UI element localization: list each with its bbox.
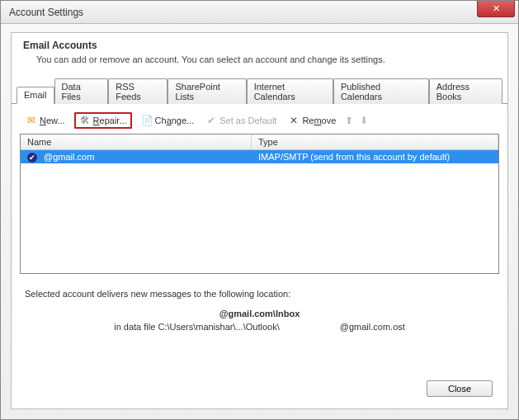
delivery-mailbox: @gmail.com\Inbox <box>20 309 499 319</box>
account-list[interactable]: Name Type ✔ @gmail.com IMAP/SMTP (send f… <box>20 134 499 274</box>
close-button[interactable]: Close <box>427 380 493 397</box>
tab-rss-feeds[interactable]: RSS Feeds <box>108 78 167 104</box>
delivery-ost: @gmail.com.ost <box>340 322 405 332</box>
remove-button[interactable]: ✕ Remove <box>285 113 338 128</box>
tab-published-calendars[interactable]: Published Calendars <box>333 78 429 104</box>
default-account-icon: ✔ <box>21 151 37 163</box>
header-title: Email Accounts <box>23 40 496 51</box>
remove-icon: ✕ <box>288 115 300 126</box>
move-up-button: ⬆ <box>345 115 353 126</box>
window-title: Account Settings <box>9 7 83 18</box>
titlebar: Account Settings ✕ <box>1 1 518 24</box>
tab-sharepoint-lists[interactable]: SharePoint Lists <box>167 78 246 104</box>
change-icon: 📄 <box>141 115 153 126</box>
delivery-info: Selected account delivers new messages t… <box>20 289 499 332</box>
tab-strip: Email Data Files RSS Feeds SharePoint Li… <box>12 86 507 104</box>
account-name: @gmail.com <box>37 151 252 163</box>
tab-data-files[interactable]: Data Files <box>54 78 109 104</box>
header-subtitle: You can add or remove an account. You ca… <box>36 54 496 64</box>
new-button[interactable]: ✉ New... <box>23 113 68 128</box>
account-row[interactable]: ✔ @gmail.com IMAP/SMTP (send from this a… <box>21 150 498 163</box>
check-circle-icon: ✔ <box>205 115 217 126</box>
move-down-button: ⬇ <box>360 115 368 126</box>
account-settings-window: Account Settings ✕ Email Accounts You ca… <box>0 0 519 420</box>
new-icon: ✉ <box>26 115 37 126</box>
change-button[interactable]: 📄 Change... <box>139 113 197 128</box>
set-default-button: ✔ Set as Default <box>203 113 279 128</box>
column-name[interactable]: Name <box>21 134 252 149</box>
account-type: IMAP/SMTP (send from this account by def… <box>252 151 498 163</box>
tab-internet-calendars[interactable]: Internet Calendars <box>247 78 333 104</box>
toolbar: ✉ New... 🛠 Repair... 📄 Change... ✔ Set a… <box>20 111 499 134</box>
tab-email[interactable]: Email <box>17 87 54 104</box>
list-header: Name Type <box>21 134 498 150</box>
window-close-button[interactable]: ✕ <box>477 1 515 17</box>
repair-icon: 🛠 <box>79 115 91 126</box>
tab-address-books[interactable]: Address Books <box>429 78 502 104</box>
footer: Close <box>427 380 493 397</box>
delivery-path: in data file C:\Users\manishar\...\Outlo… <box>114 322 280 332</box>
dialog-body: Email Accounts You can add or remove an … <box>11 32 508 409</box>
tab-body: ✉ New... 🛠 Repair... 📄 Change... ✔ Set a… <box>12 104 507 340</box>
header: Email Accounts You can add or remove an … <box>12 33 507 73</box>
repair-button[interactable]: 🛠 Repair... <box>74 112 132 129</box>
column-type[interactable]: Type <box>252 134 498 149</box>
delivery-intro: Selected account delivers new messages t… <box>20 289 499 299</box>
